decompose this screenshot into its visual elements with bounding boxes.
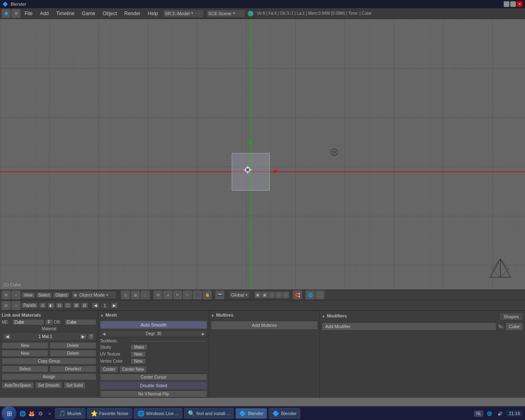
global-dropdown[interactable]: Global ▼ xyxy=(229,291,250,299)
taskbar-windows-live[interactable]: 🌐 Windows Live ... xyxy=(134,408,183,419)
no-v-normal-btn[interactable]: No V.Normal Flip xyxy=(100,390,207,397)
panel-number: 1 xyxy=(100,302,110,309)
panel-mesh: ▼ Mesh Auto Smooth ◀ Degr: 30 ▶ TexMesh:… xyxy=(98,311,209,398)
deg-left-arrow[interactable]: ◀ xyxy=(100,331,107,337)
panel-mode-1[interactable]: ⊙ xyxy=(39,302,46,308)
select-menu-button[interactable]: Select xyxy=(36,292,52,298)
mat-info-btn[interactable]: ? xyxy=(88,333,94,340)
layer-4-btn[interactable]: □ xyxy=(276,292,282,298)
panel-prev-btn[interactable]: ◀ xyxy=(92,302,99,308)
deg-right-arrow[interactable]: ▶ xyxy=(200,331,207,337)
panel-mode-4[interactable]: ⬡ xyxy=(64,302,72,308)
panels-extra-icon[interactable]: » xyxy=(11,301,21,310)
taskbar-blender-2[interactable]: 🔷 Blender xyxy=(269,408,300,419)
view-menu-button[interactable]: View xyxy=(21,292,35,298)
render-icon[interactable]: 📷 xyxy=(215,290,224,299)
taskbar-muziek[interactable]: 🎵 Muziek xyxy=(55,408,85,419)
mat-new-btn[interactable]: New xyxy=(2,342,48,349)
menu-object[interactable]: Object xyxy=(99,10,120,17)
minimize-button[interactable]: — xyxy=(504,1,509,7)
start-button[interactable]: ⊞ xyxy=(2,406,16,420)
fullscreen-icon[interactable]: ⛶ xyxy=(315,290,324,299)
viewport-3d[interactable]: (1) Cube xyxy=(0,19,525,290)
double-sided-btn[interactable]: Double Sided xyxy=(100,381,207,390)
translate-icon[interactable]: ⊿ xyxy=(163,290,172,299)
sce-scene-dropdown[interactable]: SCE:Scene ▼ ✕ xyxy=(206,9,246,18)
uv-new-btn[interactable]: New xyxy=(130,351,146,357)
snap-button[interactable]: ⊞ xyxy=(131,290,140,299)
firefox-icon[interactable]: 🦊 xyxy=(27,409,36,418)
mat-prev-btn[interactable]: ◀ xyxy=(4,333,11,340)
panel-multires: ▼ Multires Add Multires xyxy=(209,311,320,398)
navigation-cube xyxy=(488,257,513,281)
panel-mode-5[interactable]: ⊞ xyxy=(73,302,80,308)
scene-icon[interactable]: 🌐 xyxy=(306,290,315,299)
ob-value[interactable]: Cube xyxy=(65,319,97,325)
auto-tex-space-btn[interactable]: AutoTexSpace xyxy=(2,382,34,389)
app-menu-icon[interactable]: 🔷 xyxy=(2,9,11,18)
scene-dropdown[interactable]: SR:2–Model ▼ ✕ xyxy=(163,9,203,18)
taskbar-find-install[interactable]: 🔍 find and install ... xyxy=(184,408,234,419)
taskbar-fav-noise[interactable]: ⭐ Favorite Noise xyxy=(87,408,132,419)
panels-menu-icon[interactable]: ⊞ xyxy=(2,301,11,310)
chrome-icon[interactable]: ⚙ xyxy=(36,409,45,418)
shapes-btn[interactable]: Shapes xyxy=(499,313,523,321)
menu-help[interactable]: Help xyxy=(144,10,161,17)
panel-mode-3[interactable]: ⊡ xyxy=(56,302,63,308)
auto-smooth-btn[interactable]: Auto Smooth xyxy=(100,321,207,329)
toolbar-extra-icon[interactable]: » xyxy=(11,290,21,299)
set-solid-btn[interactable]: Set Solid xyxy=(64,382,86,389)
cursor-tool-icon[interactable]: ✛ xyxy=(153,290,162,299)
menu-render[interactable]: Render xyxy=(121,10,144,17)
scale-icon[interactable]: ⤡ xyxy=(183,290,192,299)
cube-object[interactable] xyxy=(232,153,270,191)
sticky-make-btn[interactable]: Make xyxy=(130,344,148,350)
extra-icon[interactable]: » xyxy=(45,409,54,418)
layer-2-btn[interactable]: ▣ xyxy=(262,292,268,298)
rotate-icon[interactable]: ↻ xyxy=(173,290,182,299)
proportional-button[interactable]: :: xyxy=(141,290,150,299)
center-cursor-btn[interactable]: Center Cursor xyxy=(100,374,207,381)
menu-file[interactable]: File xyxy=(21,10,36,17)
delete2-btn[interactable]: Delete xyxy=(50,350,96,357)
layer-button[interactable]: ⊙ xyxy=(121,290,130,299)
settings-icon[interactable]: ⚙ xyxy=(11,9,21,18)
menu-timeline[interactable]: Timeline xyxy=(53,10,78,17)
toolbar-mode-icon[interactable]: ⊞ xyxy=(2,290,11,299)
select-btn[interactable]: Select xyxy=(2,365,48,372)
camera-tool-icon[interactable]: 🎥 xyxy=(193,290,202,299)
panel-next-btn[interactable]: ▶ xyxy=(111,302,118,308)
taskbar-blender-1[interactable]: 🔷 Blender xyxy=(235,408,267,419)
set-smooth-btn[interactable]: Set Smooth xyxy=(35,382,62,389)
ie-icon[interactable]: 🌐 xyxy=(18,409,27,418)
start-icon: ⊞ xyxy=(7,410,12,418)
add-modifier-btn[interactable]: Add Modifier xyxy=(322,322,496,331)
assign-btn[interactable]: Assign xyxy=(2,373,96,380)
layer-3-btn[interactable]: □ xyxy=(269,292,275,298)
lock-icon[interactable]: 🔒 xyxy=(203,290,212,299)
menu-game[interactable]: Game xyxy=(79,10,99,17)
panel-mode-6[interactable]: ⊟ xyxy=(81,302,88,308)
deselect-btn[interactable]: Deselect xyxy=(50,365,96,372)
menu-add[interactable]: Add xyxy=(37,10,52,17)
panels-label-btn[interactable]: Panels xyxy=(21,302,38,308)
panel-mode-2[interactable]: ◐ xyxy=(47,302,55,308)
close-button[interactable]: ✕ xyxy=(517,1,523,7)
object-menu-button[interactable]: Object xyxy=(53,292,70,298)
mat-next-btn[interactable]: ▶ xyxy=(80,333,87,340)
center-btn[interactable]: Center xyxy=(100,366,118,373)
tex-mesh-field[interactable] xyxy=(130,340,207,342)
new2-btn[interactable]: New xyxy=(2,350,48,357)
object-mode-dropdown[interactable]: ⊕ Object Mode ▼ xyxy=(71,291,116,299)
add-multires-btn[interactable]: Add Multires xyxy=(211,321,318,330)
layer-1-btn[interactable]: ▣ xyxy=(255,292,261,298)
maximize-button[interactable]: □ xyxy=(510,1,516,7)
title-area: 🔷 Blender xyxy=(2,2,26,7)
layer-5-btn[interactable]: □ xyxy=(283,292,289,298)
me-value[interactable]: Cube xyxy=(12,319,44,325)
magnet-icon[interactable]: 🧲 xyxy=(293,290,302,299)
center-new-btn[interactable]: Center New xyxy=(119,366,147,373)
copy-group-btn[interactable]: Copy Group xyxy=(2,358,96,365)
vc-new-btn[interactable]: New xyxy=(130,358,146,364)
mat-delete-btn[interactable]: Delete xyxy=(50,342,96,349)
